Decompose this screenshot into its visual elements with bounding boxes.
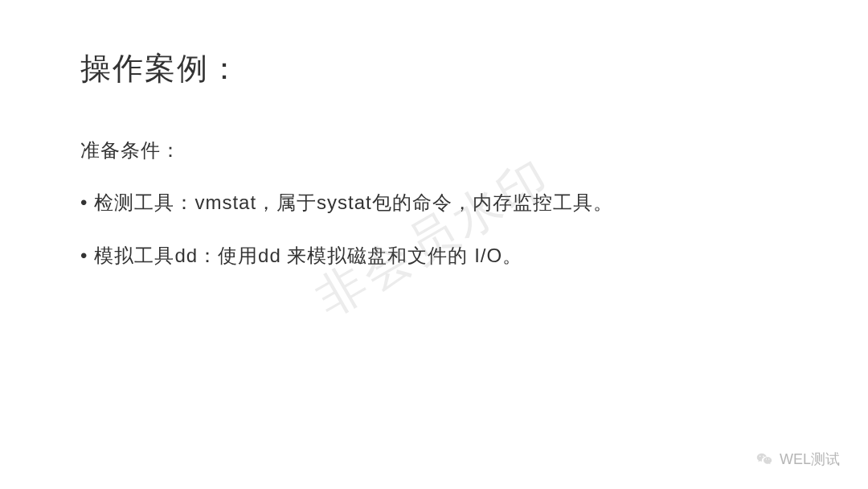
- slide-title: 操作案例：: [80, 48, 788, 89]
- bullet-list: • 检测工具：vmstat，属于systat包的命令，内存监控工具。 • 模拟工…: [80, 187, 788, 272]
- slide-content: 操作案例： 准备条件： • 检测工具：vmstat，属于systat包的命令，内…: [0, 0, 868, 489]
- attribution: WEL测试: [755, 450, 840, 469]
- bullet-marker: •: [80, 240, 88, 271]
- slide-subtitle: 准备条件：: [80, 138, 788, 163]
- attribution-label: WEL测试: [780, 450, 840, 469]
- bullet-text: 检测工具：vmstat，属于systat包的命令，内存监控工具。: [94, 187, 612, 218]
- bullet-marker: •: [80, 187, 88, 218]
- wechat-icon: [755, 450, 773, 468]
- list-item: • 模拟工具dd：使用dd 来模拟磁盘和文件的 I/O。: [80, 240, 788, 271]
- bullet-text: 模拟工具dd：使用dd 来模拟磁盘和文件的 I/O。: [94, 240, 522, 271]
- list-item: • 检测工具：vmstat，属于systat包的命令，内存监控工具。: [80, 187, 788, 218]
